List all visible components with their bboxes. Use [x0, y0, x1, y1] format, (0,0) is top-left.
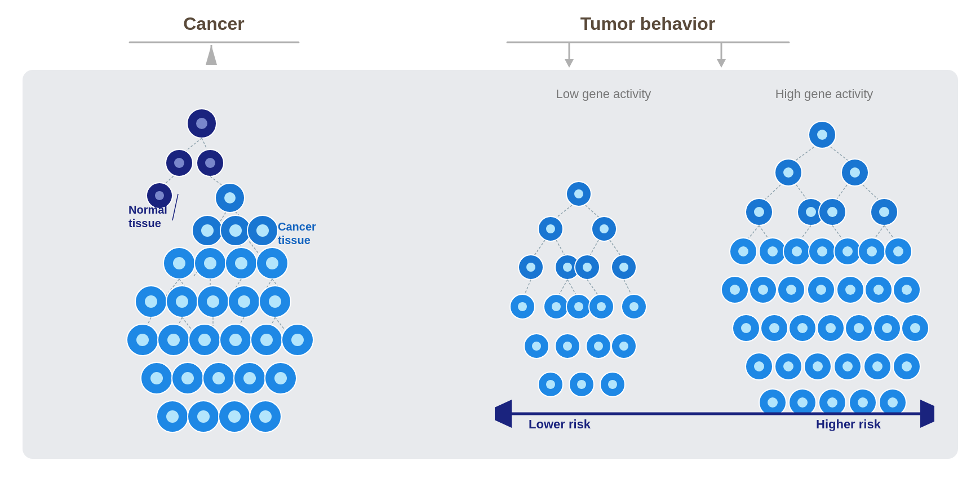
cancer-arrow: [124, 37, 304, 70]
svg-point-84: [291, 334, 304, 346]
risk-arrow: Lower risk Higher risk: [495, 397, 934, 431]
svg-point-80: [229, 334, 242, 346]
svg-point-16: [205, 158, 215, 168]
svg-point-197: [786, 285, 796, 295]
svg-text:Normal: Normal: [128, 203, 167, 216]
svg-point-57: [145, 295, 157, 308]
svg-point-82: [260, 334, 273, 346]
tumor-label-group: Tumor behavior: [502, 14, 795, 70]
svg-point-129: [518, 302, 527, 311]
svg-point-78: [198, 334, 211, 346]
svg-point-183: [792, 246, 802, 256]
svg-point-139: [532, 342, 541, 351]
svg-point-185: [817, 246, 827, 256]
sub-labels: Low gene activity High gene activity: [471, 87, 957, 101]
svg-point-120: [583, 263, 592, 272]
svg-point-227: [842, 361, 853, 371]
svg-point-37: [201, 224, 214, 237]
high-gene-label: High gene activity: [775, 87, 873, 101]
svg-point-49: [266, 257, 278, 269]
tumor-title: Tumor behavior: [580, 14, 715, 34]
outer-container: Cancer Tumor behavior: [11, 14, 969, 464]
svg-point-137: [629, 302, 638, 311]
left-panel: Normal tissue Cancer tissue: [23, 70, 472, 459]
svg-point-217: [882, 323, 892, 333]
svg-point-159: [850, 167, 860, 178]
main-card: Normal tissue Cancer tissue: [23, 70, 958, 459]
svg-point-98: [197, 410, 210, 423]
svg-point-131: [552, 302, 561, 311]
tumor-arrows: [502, 37, 795, 70]
low-gene-label: Low gene activity: [556, 87, 651, 101]
svg-point-45: [204, 257, 216, 269]
svg-point-201: [845, 285, 855, 295]
svg-point-9: [196, 118, 207, 129]
svg-point-92: [243, 372, 256, 384]
cancer-diagram: Normal tissue Cancer tissue: [112, 90, 382, 439]
svg-point-207: [741, 323, 751, 333]
svg-point-74: [136, 334, 149, 346]
svg-point-221: [754, 361, 764, 371]
svg-point-179: [738, 246, 748, 256]
svg-point-203: [873, 285, 884, 295]
svg-point-143: [594, 342, 603, 351]
svg-point-153: [817, 130, 827, 140]
svg-text:Cancer: Cancer: [278, 220, 316, 233]
svg-point-165: [754, 207, 764, 217]
svg-point-18: [155, 191, 164, 200]
svg-point-181: [768, 246, 778, 256]
svg-point-86: [150, 372, 163, 384]
svg-point-110: [600, 224, 609, 233]
svg-point-157: [783, 167, 793, 178]
svg-point-213: [826, 323, 836, 333]
svg-point-94: [274, 372, 287, 384]
svg-point-133: [574, 302, 583, 311]
low-gene-diagram: [494, 177, 663, 414]
svg-point-191: [893, 246, 903, 256]
svg-text:tissue: tissue: [128, 217, 161, 229]
svg-point-147: [546, 380, 555, 389]
svg-point-61: [207, 295, 219, 308]
svg-text:Lower risk: Lower risk: [529, 417, 591, 431]
svg-point-118: [563, 263, 572, 272]
svg-point-167: [806, 207, 816, 217]
svg-point-149: [577, 380, 586, 389]
svg-point-43: [173, 257, 185, 269]
svg-point-39: [229, 224, 242, 237]
svg-point-65: [269, 295, 281, 308]
high-gene-diagram: [709, 121, 935, 414]
svg-marker-7: [717, 59, 726, 68]
right-panel: Low gene activity High gene activity: [471, 70, 957, 459]
svg-point-102: [259, 410, 272, 423]
cancer-label-group: Cancer: [124, 14, 304, 70]
svg-point-100: [228, 410, 241, 423]
svg-point-211: [797, 323, 808, 333]
svg-point-31: [224, 192, 236, 203]
svg-point-229: [872, 361, 883, 371]
risk-arrow-row: Lower risk Higher risk: [482, 397, 946, 431]
svg-point-219: [910, 323, 920, 333]
svg-point-76: [167, 334, 180, 346]
svg-text:Higher risk: Higher risk: [816, 417, 881, 431]
svg-point-205: [902, 285, 912, 295]
svg-point-193: [730, 285, 740, 295]
svg-point-96: [166, 410, 179, 423]
svg-point-169: [827, 207, 837, 217]
svg-point-104: [574, 189, 583, 198]
svg-point-209: [769, 323, 779, 333]
svg-point-88: [181, 372, 194, 384]
svg-point-189: [867, 246, 877, 256]
svg-point-151: [608, 380, 617, 389]
svg-point-171: [879, 207, 889, 217]
svg-point-231: [902, 361, 912, 371]
svg-point-122: [619, 263, 628, 272]
svg-point-187: [842, 246, 853, 256]
svg-point-141: [563, 342, 572, 351]
svg-point-90: [212, 372, 225, 384]
svg-point-135: [597, 302, 606, 311]
svg-point-47: [235, 257, 247, 269]
svg-point-215: [854, 323, 864, 333]
svg-point-59: [176, 295, 188, 308]
svg-point-199: [816, 285, 826, 295]
svg-marker-5: [565, 59, 574, 68]
